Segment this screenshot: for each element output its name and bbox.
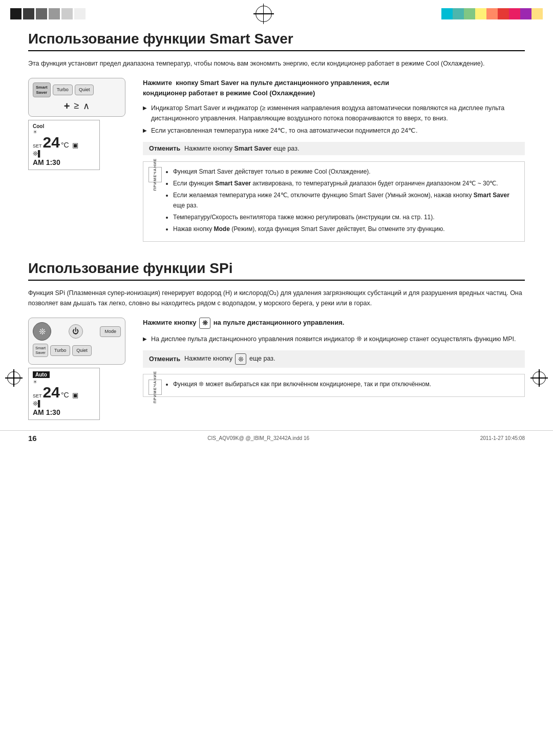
footer-file: CIS_AQV09K@ @_IBIM_R_32442A.indd 16 xyxy=(207,435,309,441)
примечание-icon-2: ПРИМЕЧАНИЕ xyxy=(148,380,162,395)
display-fan-icon: ❊▌ xyxy=(33,150,95,157)
crop-marks-left xyxy=(10,8,86,19)
display-set-label: SET xyxy=(33,143,42,149)
display-fan-icon-2: ❊▌ xyxy=(33,400,95,407)
note-item-5: Нажав кнопку Mode (Режим), когда функция… xyxy=(173,224,517,234)
section-spi: Использование функции SPi Функция SPi (П… xyxy=(28,260,525,420)
display-temp-value-2: 24 xyxy=(43,385,60,400)
note-item-3: Если желаемая температура ниже 24℃, откл… xyxy=(173,191,517,210)
remote-control-top: SmartSaver Turbo Quiet + ≥ ∧ xyxy=(28,78,125,117)
display-degree-2: °C xyxy=(61,391,69,399)
note-box-1: ПРИМЕЧАНИЕ Функция Smart Saver действует… xyxy=(143,161,525,242)
color-bars xyxy=(441,8,543,19)
spi-button: ❊ xyxy=(33,322,51,341)
section1-intro: Эта функция установит предел диапазона т… xyxy=(28,58,525,69)
section2-instr-heading: Нажмите кнопку ❊ на пульте дистанционног… xyxy=(143,318,525,329)
center-registration xyxy=(256,6,272,22)
bullet-item-1: Индикатор Smart Saver и индикатор (≥ изм… xyxy=(143,103,525,123)
display-panel-2: Auto ☀ SET 24 °C ▣ ❊▌ AM 1:30 xyxy=(28,368,100,420)
display-temp-row-2: SET 24 °C ▣ xyxy=(33,385,95,400)
spi-icon: ❊ xyxy=(39,327,46,337)
cancel-label-1: Отменить xyxy=(149,145,180,152)
color-bar-orange xyxy=(486,8,498,19)
note-item-1: Функция Smart Saver действует только в р… xyxy=(173,167,517,177)
section2-right-col: Нажмите кнопку ❊ на пульте дистанционног… xyxy=(143,318,525,420)
color-bar-cyan xyxy=(441,8,453,19)
chevron-up-icon: ∧ xyxy=(83,100,90,112)
footer-date: 2011-1-27 10:45:08 xyxy=(480,435,525,441)
black-bar-5 xyxy=(61,8,73,19)
display-panel-1: Cool ☀ SET 24 °C ▣ ❊▌ AM 1:30 xyxy=(28,120,100,170)
color-bar-red xyxy=(498,8,509,19)
black-bar-2 xyxy=(23,8,34,19)
right-crosshair-icon xyxy=(533,371,546,385)
color-bar-purple xyxy=(520,8,531,19)
quiet-btn-2: Quiet xyxy=(72,345,92,356)
section1-right-col: Нажмите кнопку Smart Saver на пульте дис… xyxy=(143,78,525,242)
signal-icon: ▣ xyxy=(72,141,78,149)
black-bar-1 xyxy=(10,8,22,19)
side-reg-right xyxy=(533,371,546,385)
color-bar-teal xyxy=(453,8,464,19)
remote-buttons-row: SmartSaver Turbo Quiet xyxy=(33,82,121,97)
crosshair-icon xyxy=(256,6,272,22)
display-time: AM 1:30 xyxy=(33,158,95,166)
remote-spi-top: ❊ ⏻ Mode SmartSaver Turbo Quiet xyxy=(28,318,125,365)
spi-note-item-1: Функция ❊ может выбираться как при включ… xyxy=(173,380,517,389)
section1-instr-heading: Нажмите кнопку Smart Saver на пульте дис… xyxy=(143,78,525,98)
примечание-icon-1: ПРИМЕЧАНИЕ xyxy=(148,167,162,182)
section1-title: Использование функции Smart Saver xyxy=(28,31,525,51)
color-bar-green xyxy=(464,8,475,19)
display-time-2: AM 1:30 xyxy=(33,408,95,416)
section-smart-saver: Использование функции Smart Saver Эта фу… xyxy=(28,31,525,242)
display-temp-value: 24 xyxy=(43,135,60,150)
side-reg-left xyxy=(7,371,20,385)
display-temp-row: SET 24 °C ▣ xyxy=(33,135,95,150)
color-bar-yellow xyxy=(475,8,486,19)
cancel-label-2: Отменить xyxy=(149,355,180,363)
note-item-4: Температуру/Скорость вентилятора также м… xyxy=(173,213,517,222)
black-bars xyxy=(10,8,86,19)
section2-content-row: ❊ ⏻ Mode SmartSaver Turbo Quiet xyxy=(28,318,525,420)
airflow-icon: ≥ xyxy=(74,100,79,112)
remote-spi-buttons: SmartSaver Turbo Quiet xyxy=(33,344,121,357)
cancel-box-2: Отменить Нажмите кнопку ❊ еще раз. xyxy=(143,350,525,368)
display-mode: Cool xyxy=(33,123,95,129)
footer: 16 CIS_AQV09K@ @_IBIM_R_32442A.indd 16 2… xyxy=(0,430,553,446)
top-marks xyxy=(0,0,553,26)
cancel-box-1: Отменить Нажмите кнопку Smart Saver еще … xyxy=(143,142,525,155)
turbo-btn: Turbo xyxy=(53,85,73,95)
spi-btn-icon: ❊ xyxy=(199,318,210,329)
cancel-spi-icon: ❊ xyxy=(235,353,246,365)
section2-bullet-list: На дисплее пульта дистанционного управле… xyxy=(143,334,525,344)
section2-title: Использование функции SPi xyxy=(28,260,525,281)
power-btn: ⏻ xyxy=(69,324,83,339)
left-crosshair-icon xyxy=(7,371,20,385)
section2-intro: Функция SPi (Плазменная супер-ионизация)… xyxy=(28,288,525,308)
black-bar-6 xyxy=(74,8,86,19)
turbo-btn-2: Turbo xyxy=(50,345,70,356)
section2-left-col: ❊ ⏻ Mode SmartSaver Turbo Quiet xyxy=(28,318,131,420)
spi-bullet-item-1: На дисплее пульта дистанционного управле… xyxy=(143,334,525,344)
display-set-label-2: SET xyxy=(33,393,42,398)
display-degree: °C xyxy=(61,141,69,149)
display-mode-2: Auto xyxy=(33,371,50,378)
signal-icon-2: ▣ xyxy=(72,391,78,399)
примечание-label-1: ПРИМЕЧАНИЕ xyxy=(152,158,159,191)
smart-saver-btn: SmartSaver xyxy=(33,82,51,97)
section1-content-row: SmartSaver Turbo Quiet + ≥ ∧ Cool ☀ S xyxy=(28,78,525,242)
mode-btn: Mode xyxy=(100,326,121,337)
smart-saver-btn-2: SmartSaver xyxy=(33,344,48,357)
note-list-1: Функция Smart Saver действует только в р… xyxy=(166,167,517,234)
page-content: Использование функции Smart Saver Эта фу… xyxy=(0,31,553,420)
cancel-text-1: Нажмите кнопку Smart Saver еще раз. xyxy=(184,145,299,152)
color-bar-pink xyxy=(509,8,520,19)
cancel-text-2: Нажмите кнопку ❊ еще раз. xyxy=(184,353,275,365)
color-bar-lightyellow xyxy=(531,8,543,19)
black-bar-4 xyxy=(49,8,60,19)
note-box-2: ПРИМЕЧАНИЕ Функция ❊ может выбираться ка… xyxy=(143,374,525,397)
remote-icons-row: + ≥ ∧ xyxy=(33,100,121,112)
bullet-item-2: Если установленная температура ниже 24℃,… xyxy=(143,125,525,136)
section1-left-col: SmartSaver Turbo Quiet + ≥ ∧ Cool ☀ S xyxy=(28,78,131,242)
section1-bullet-list: Индикатор Smart Saver и индикатор (≥ изм… xyxy=(143,103,525,136)
